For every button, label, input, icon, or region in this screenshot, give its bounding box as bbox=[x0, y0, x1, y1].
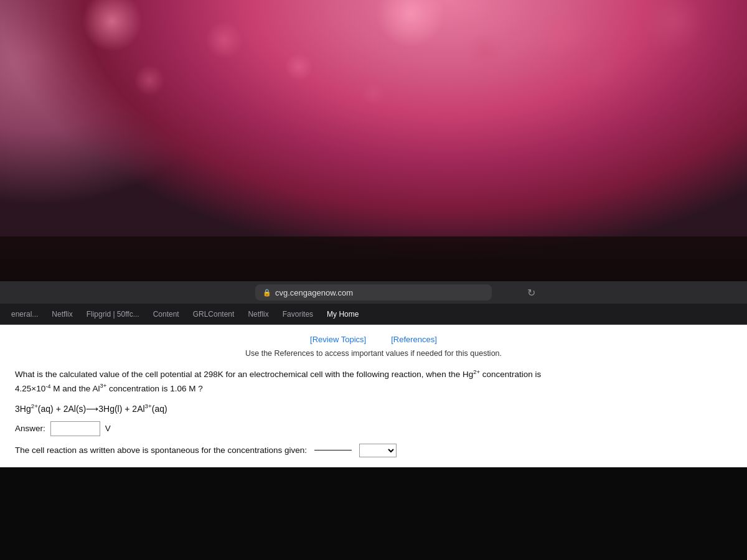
references-link[interactable]: [References] bbox=[391, 335, 437, 344]
question-text: What is the calculated value of the cell… bbox=[15, 366, 732, 395]
url-text: cvg.cengagenow.com bbox=[275, 288, 353, 297]
bookmark-flipgrid[interactable]: Flipgrid | 50ffc... bbox=[80, 307, 146, 321]
concentration-hg: 4.25×10-4 bbox=[15, 384, 51, 393]
question-part2: concentration is bbox=[480, 370, 541, 379]
bookmark-content[interactable]: Content bbox=[147, 307, 186, 321]
bookmark-general[interactable]: eneral... bbox=[5, 307, 44, 321]
topic-links-row: [Review Topics] [References] bbox=[15, 335, 732, 344]
answer-label: Answer: bbox=[15, 424, 45, 433]
spontaneous-text: The cell reaction as written above is sp… bbox=[15, 446, 307, 455]
spontaneous-dropdown[interactable]: Yes No bbox=[359, 444, 397, 457]
reaction-equation: 3Hg2+(aq) + 2Al(s)⟶3Hg(l) + 2Al3+(aq) bbox=[15, 403, 732, 414]
bookmark-netflix2[interactable]: Netflix bbox=[242, 307, 275, 321]
answer-row: Answer: V bbox=[15, 421, 732, 436]
fluffy-texture-overlay bbox=[0, 0, 747, 268]
references-note: Use the References to access important v… bbox=[15, 349, 732, 358]
bookmark-grlcontent[interactable]: GRLContent bbox=[187, 307, 241, 321]
question-part4: concentration is 1.06 M ? bbox=[106, 384, 203, 393]
answer-unit: V bbox=[105, 424, 111, 433]
question-part3: M and the Al bbox=[51, 384, 100, 393]
spontaneous-blank bbox=[314, 450, 352, 450]
url-bar-row: 🔒 cvg.cengagenow.com ↻ bbox=[0, 281, 747, 304]
reload-button[interactable]: ↻ bbox=[527, 287, 535, 299]
bookmark-netflix1[interactable]: Netflix bbox=[45, 307, 78, 321]
content-area: [Review Topics] [References] Use the Ref… bbox=[0, 325, 747, 467]
bookmarks-bar: eneral... Netflix Flipgrid | 50ffc... Co… bbox=[0, 304, 747, 325]
hg-superscript: 2+ bbox=[473, 370, 480, 379]
browser-chrome: 🔒 cvg.cengagenow.com ↻ eneral... Netflix… bbox=[0, 281, 747, 325]
bookmark-myhome[interactable]: My Home bbox=[321, 307, 365, 321]
lock-icon: 🔒 bbox=[263, 289, 271, 297]
answer-input[interactable] bbox=[50, 421, 100, 436]
review-topics-link[interactable]: [Review Topics] bbox=[310, 335, 366, 344]
url-bar[interactable]: 🔒 cvg.cengagenow.com bbox=[255, 284, 492, 301]
question-part1: What is the calculated value of the cell… bbox=[15, 370, 473, 379]
spontaneous-row: The cell reaction as written above is sp… bbox=[15, 444, 732, 457]
bookmark-favorites[interactable]: Favorites bbox=[276, 307, 319, 321]
al-superscript: 3+ bbox=[100, 382, 106, 389]
